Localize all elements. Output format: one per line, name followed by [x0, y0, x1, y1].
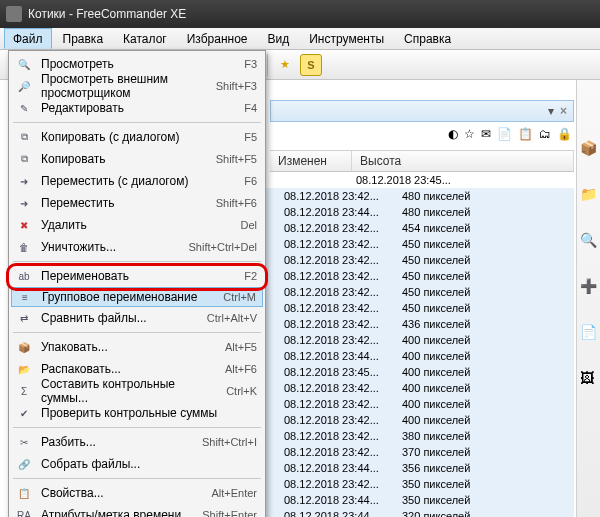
menu-item[interactable]: ⇄Сравнить файлы...Ctrl+Alt+V [11, 307, 263, 329]
menu-item-shortcut: Shift+F5 [216, 153, 257, 165]
menu-item[interactable]: 🔎Просмотреть внешним просмотрщикомShift+… [11, 75, 263, 97]
file-modified: 08.12.2018 23:42... [280, 430, 398, 442]
pane-tool-6[interactable]: 🔒 [557, 127, 572, 141]
menu-item-shortcut: Shift+Ctrl+I [202, 436, 257, 448]
menu-item[interactable]: 🔗Собрать файлы... [11, 453, 263, 475]
menu-item-label: Просмотреть внешним просмотрщиком [41, 72, 208, 100]
menu-item[interactable]: RAАтрибуты/метка времени...Shift+Enter [11, 504, 263, 517]
menu-item-icon: 📦 [15, 339, 33, 355]
titlebar: Котики - FreeCommander XE [0, 0, 600, 28]
menu-item[interactable]: 📦Упаковать...Alt+F5 [11, 336, 263, 358]
menu-item[interactable]: 📋Свойства...Alt+Enter [11, 482, 263, 504]
pane-tool-3[interactable]: 📄 [497, 127, 512, 141]
side-tool-5[interactable]: 🖼 [580, 370, 598, 388]
side-tool-1[interactable]: 📁 [580, 186, 598, 204]
file-height: 480 пикселей [398, 206, 498, 218]
menu-справка[interactable]: Справка [395, 28, 460, 49]
menu-item-icon: ➜ [15, 173, 33, 189]
menu-каталог[interactable]: Каталог [114, 28, 176, 49]
menu-item-icon: ✂ [15, 434, 33, 450]
star-icon[interactable]: ★ [274, 54, 296, 76]
menu-item-shortcut: F3 [244, 58, 257, 70]
menu-item-shortcut: Ctrl+K [226, 385, 257, 397]
menu-избранное[interactable]: Избранное [178, 28, 257, 49]
menu-item-label: Копировать [41, 152, 208, 166]
menu-item-shortcut: Ctrl+Alt+V [207, 312, 257, 324]
menu-item-shortcut: Shift+Enter [202, 509, 257, 517]
file-height: 320 пикселей [398, 510, 498, 517]
file-height: 400 пикселей [398, 382, 498, 394]
column-headers: Изменен Высота [270, 150, 574, 172]
pane-tool-4[interactable]: 📋 [518, 127, 533, 141]
pane-tool-0[interactable]: ◐ [448, 127, 458, 141]
menu-item[interactable]: ≡Групповое переименованиеCtrl+M [11, 287, 263, 307]
menu-item-shortcut: Alt+Enter [211, 487, 257, 499]
menu-item[interactable]: ✂Разбить...Shift+Ctrl+I [11, 431, 263, 453]
file-modified: 08.12.2018 23:44... [280, 510, 398, 517]
menu-item-label: Уничтожить... [41, 240, 181, 254]
pane-tool-5[interactable]: 🗂 [539, 127, 551, 141]
menu-item-label: Удалить [41, 218, 232, 232]
col-height[interactable]: Высота [352, 151, 574, 171]
menu-item-label: Сравнить файлы... [41, 311, 199, 325]
menu-item-label: Проверить контрольные суммы [41, 406, 249, 420]
menu-item-shortcut: Shift+F3 [216, 80, 257, 92]
menu-item-icon: 🗑 [15, 239, 33, 255]
menu-item-shortcut: F2 [244, 270, 257, 282]
menu-правка[interactable]: Правка [54, 28, 113, 49]
side-tool-0[interactable]: 📦 [580, 140, 598, 158]
menu-item[interactable]: 🗑Уничтожить...Shift+Ctrl+Del [11, 236, 263, 258]
file-modified: 08.12.2018 23:42... [280, 318, 398, 330]
menu-item-icon: Σ [15, 383, 33, 399]
window-title: Котики - FreeCommander XE [28, 7, 186, 21]
menu-инструменты[interactable]: Инструменты [300, 28, 393, 49]
col-modified[interactable]: Изменен [270, 151, 352, 171]
menu-item-icon: ⧉ [15, 151, 33, 167]
menu-item-icon: ✔ [15, 405, 33, 421]
menu-item[interactable]: ➜ПереместитьShift+F6 [11, 192, 263, 214]
menu-item[interactable]: ✖УдалитьDel [11, 214, 263, 236]
menu-separator [13, 478, 261, 479]
file-height: 400 пикселей [398, 334, 498, 346]
pane-dropdown-icon[interactable]: ▾ [548, 104, 554, 118]
file-modified: 08.12.2018 23:44... [280, 494, 398, 506]
file-height: 356 пикселей [398, 462, 498, 474]
file-height: 380 пикселей [398, 430, 498, 442]
side-tool-2[interactable]: 🔍 [580, 232, 598, 250]
file-height: 450 пикселей [398, 238, 498, 250]
pane-tool-2[interactable]: ✉ [481, 127, 491, 141]
menu-item[interactable]: ⧉Копировать (с диалогом)F5 [11, 126, 263, 148]
file-modified: 08.12.2018 23:42... [280, 190, 398, 202]
menu-вид[interactable]: Вид [259, 28, 299, 49]
menu-item[interactable]: ⧉КопироватьShift+F5 [11, 148, 263, 170]
file-modified: 08.12.2018 23:42... [280, 334, 398, 346]
file-height: 450 пикселей [398, 254, 498, 266]
file-modified: 08.12.2018 23:44... [280, 462, 398, 474]
pane-header: ▾ × [270, 100, 574, 122]
menu-item-shortcut: F4 [244, 102, 257, 114]
file-height: 450 пикселей [398, 302, 498, 314]
file-modified: 08.12.2018 23:42... [280, 238, 398, 250]
menu-item[interactable]: ✎РедактироватьF4 [11, 97, 263, 119]
s-button[interactable]: S [300, 54, 322, 76]
file-menu-dropdown: 🔍ПросмотретьF3🔎Просмотреть внешним просм… [8, 50, 266, 517]
menu-item-shortcut: Ctrl+M [223, 291, 256, 303]
file-modified: 08.12.2018 23:42... [280, 270, 398, 282]
menu-item-label: Переименовать [41, 269, 236, 283]
close-icon[interactable]: × [560, 104, 567, 118]
menubar: ФайлПравкаКаталогИзбранноеВидИнструменты… [0, 28, 600, 50]
file-modified: 08.12.2018 23:42... [280, 382, 398, 394]
menu-item[interactable]: ΣСоставить контрольные суммы...Ctrl+K [11, 380, 263, 402]
menu-item-label: Распаковать... [41, 362, 217, 376]
menu-item[interactable]: abПереименоватьF2 [11, 265, 263, 287]
menu-item-label: Атрибуты/метка времени... [41, 508, 194, 517]
pane-tool-1[interactable]: ☆ [464, 127, 475, 141]
menu-файл[interactable]: Файл [4, 28, 52, 49]
file-modified: 08.12.2018 23:45... [280, 366, 398, 378]
side-tool-3[interactable]: ➕ [580, 278, 598, 296]
file-height: 480 пикселей [398, 190, 498, 202]
menu-separator [13, 261, 261, 262]
menu-item[interactable]: ➜Переместить (с диалогом)F6 [11, 170, 263, 192]
side-tool-4[interactable]: 📄 [580, 324, 598, 342]
menu-item[interactable]: ✔Проверить контрольные суммы [11, 402, 263, 424]
